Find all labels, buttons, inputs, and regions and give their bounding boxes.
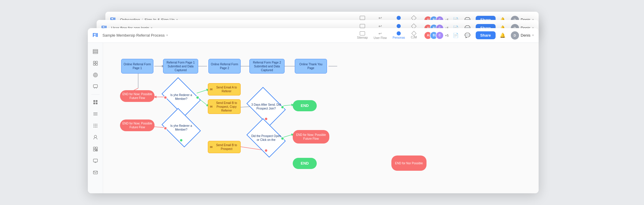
svg-point-19 [95, 124, 96, 125]
node-end-green-1[interactable]: END [293, 100, 317, 111]
svg-rect-35 [93, 171, 97, 174]
tab-personas[interactable]: Personas [393, 31, 405, 39]
sidebar-apps-icon[interactable] [90, 97, 101, 107]
main-share-btn[interactable]: Share [476, 31, 496, 39]
svg-rect-4 [96, 61, 97, 63]
node-thank-you-page[interactable]: Online Thank You Page [295, 59, 327, 74]
svg-point-22 [95, 125, 96, 126]
conn-diamond2-bottom [264, 117, 268, 121]
tab-userflow[interactable]: ↩ User Flow [374, 31, 387, 40]
node-end-possible-1[interactable]: END for Now; Possible Future Flow [120, 90, 155, 102]
main-titlebar: FII Sample Membersip Referral Process ▾ … [88, 28, 539, 43]
svg-point-24 [93, 127, 94, 128]
main-file-btn[interactable]: 📄 [451, 31, 460, 40]
conn-diamond1-right [196, 96, 199, 99]
canvas-area[interactable]: Online Referral Form Page 1 Referral For… [103, 43, 539, 193]
svg-point-26 [96, 127, 97, 128]
conn-diamond4-right [281, 137, 284, 140]
node-referral-form-2-submitted[interactable]: Referral Form Page 2 Submitted and Data … [249, 59, 285, 74]
node-end-green-2[interactable]: END [293, 158, 317, 169]
node-diamond-2[interactable]: 3 Days After Send. Did Prospect Join? [250, 95, 282, 118]
svg-point-20 [96, 124, 97, 125]
svg-point-23 [96, 125, 97, 126]
node-end-possible-2[interactable]: END for Now; Possible Future Flow [120, 119, 155, 131]
main-user-chip: D Denis ▾ [511, 31, 534, 40]
svg-point-32 [96, 150, 97, 151]
tab-sitemap[interactable]: Sitemap [357, 31, 368, 39]
svg-rect-2 [93, 52, 98, 54]
node-diamond-4[interactable]: Did the Prospect Open or Click on the [250, 126, 282, 150]
email-icon-b: ✉ [210, 105, 213, 109]
svg-rect-28 [93, 147, 95, 149]
svg-rect-13 [93, 102, 95, 104]
node-end-possible-3[interactable]: END for Now; Possible Future Flow [293, 130, 329, 144]
svg-rect-33 [93, 159, 97, 162]
main-nav-tabs: Sitemap ↩ User Flow Personas CJM [357, 31, 417, 40]
main-body: Online Referral Form Page 1 Referral For… [88, 43, 539, 193]
sidebar-puzzle-icon[interactable] [90, 144, 101, 154]
conn-diamond1-left [164, 96, 167, 99]
main-sidebar [88, 43, 103, 193]
node-online-referral-form-2[interactable]: Online Referral Form Page 2 [208, 59, 241, 74]
svg-rect-14 [96, 102, 97, 104]
sidebar-comment-icon[interactable] [90, 81, 101, 92]
sidebar-mail-icon[interactable] [90, 167, 101, 178]
svg-rect-12 [96, 100, 97, 102]
main-avatars: A B C +5 [424, 31, 449, 40]
conn-diamond4-bottom [264, 149, 268, 152]
svg-line-50 [283, 134, 293, 137]
node-send-email-a[interactable]: ✉ Send Email A to Referer [208, 83, 241, 95]
main-breadcrumb: Sample Membersip Referral Process ▾ [102, 33, 168, 37]
sidebar-dots-icon[interactable] [90, 120, 101, 131]
svg-rect-11 [93, 100, 95, 102]
svg-line-44 [197, 90, 208, 93]
svg-rect-5 [93, 64, 95, 65]
node-diamond-3[interactable]: Is yhe Rederer a Member? [165, 116, 197, 139]
main-avatar-3: C [436, 31, 444, 40]
node-end-nor-possible[interactable]: END for Nor Possible [391, 156, 427, 171]
sidebar-layers-icon[interactable] [90, 46, 101, 57]
main-window: FII Sample Membersip Referral Process ▾ … [88, 28, 539, 193]
email-icon-a: ✉ [210, 87, 213, 91]
svg-point-18 [93, 124, 94, 125]
main-comment-btn[interactable]: 💬 [463, 31, 472, 40]
main-logo: FII [93, 32, 98, 38]
svg-rect-1 [93, 51, 98, 52]
sidebar-device-icon[interactable] [90, 156, 101, 166]
svg-point-27 [94, 135, 97, 138]
svg-rect-29 [96, 147, 97, 149]
svg-rect-10 [93, 85, 97, 88]
main-plus-count: +5 [445, 34, 449, 37]
svg-rect-0 [93, 49, 98, 51]
conn-diamond3-bottom [179, 139, 183, 142]
svg-point-9 [95, 75, 96, 76]
conn-diamond2-right [281, 105, 284, 109]
svg-rect-30 [93, 149, 95, 151]
svg-point-25 [95, 127, 96, 128]
node-online-referral-form-1[interactable]: Online Referral Form Page 1 [121, 59, 153, 74]
svg-rect-6 [96, 64, 97, 65]
sidebar-list-icon[interactable] [90, 109, 101, 119]
tab-cjm[interactable]: CJM [411, 32, 417, 39]
svg-line-47 [283, 105, 293, 106]
node-diamond-1[interactable]: Is yhe Rederer a Member? [165, 85, 197, 109]
main-bell-btn[interactable]: 🔔 [498, 31, 507, 40]
conn-diamond3-left [164, 127, 167, 130]
sidebar-divider-1 [91, 94, 100, 95]
node-referral-form-1-submitted[interactable]: Referral Form Page 1 Submitted and Data … [163, 59, 198, 74]
sidebar-grid-icon[interactable] [90, 58, 101, 69]
svg-rect-3 [93, 61, 95, 63]
sidebar-target-icon[interactable] [90, 70, 101, 80]
node-send-email-b-prospect[interactable]: ✉ Send Email B to Prospect [208, 141, 241, 153]
svg-point-21 [93, 125, 94, 126]
email-icon-c: ✉ [210, 145, 213, 149]
main-user-avatar: D [511, 31, 519, 40]
node-send-email-b[interactable]: ✉ Send Email B to Prospect, Copy Referre… [208, 99, 241, 114]
sidebar-person-icon[interactable] [90, 132, 101, 143]
